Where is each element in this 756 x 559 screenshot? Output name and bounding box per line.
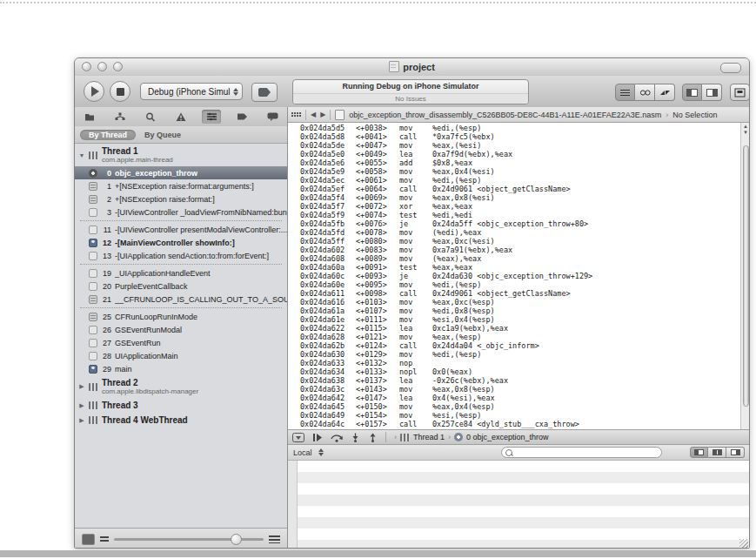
stack-frame-row[interactable]: 20PurpleEventCallback xyxy=(75,280,287,293)
disclosure-triangle-icon[interactable]: ▶ xyxy=(78,417,85,424)
asm-line[interactable]: 0x024da645<+0150>mov%eax,0x4(%esp) xyxy=(300,402,750,411)
step-into-button[interactable] xyxy=(351,433,360,442)
organizer-button[interactable] xyxy=(730,84,750,101)
thread-header[interactable]: ▶Thread 3 xyxy=(75,398,287,413)
asm-line[interactable]: 0x024da616<+0103>mov%eax,0xc(%esp) xyxy=(300,298,750,306)
project-navigator-button[interactable] xyxy=(80,110,99,124)
run-button[interactable] xyxy=(84,81,104,102)
asm-line[interactable]: 0x024da611<+0098>call0x24d9061 <object_g… xyxy=(300,289,750,298)
asm-line[interactable]: 0x024da634<+0133>nopl0x0(%eax) xyxy=(300,367,750,376)
asm-line[interactable]: 0x024da60a<+0091>test%eax,%eax xyxy=(300,263,750,272)
stack-frame-row[interactable]: 0objc_exception_throw xyxy=(75,166,287,179)
editor-scrollbar[interactable]: ▲▼ xyxy=(740,123,750,429)
stack-frame-row[interactable]: 21__CFRUNLOOP_IS_CALLING_OUT_TO_A_SOURCE… xyxy=(75,293,287,306)
variables-only-button[interactable] xyxy=(690,447,708,458)
asm-line[interactable]: 0x024da608<+0089>mov(%eax),%eax xyxy=(300,254,750,263)
stack-frame-row[interactable]: 11-[UIViewController presentModalViewCon… xyxy=(75,223,287,236)
step-out-button[interactable] xyxy=(368,433,378,442)
scrollbar-arrows[interactable]: ▲▼ xyxy=(741,124,750,136)
back-button[interactable]: ◀ xyxy=(311,111,316,118)
asm-line[interactable]: 0x024da5ec<+0061>mov%edi,(%esp) xyxy=(300,176,750,185)
variables-search-field[interactable] xyxy=(501,447,662,458)
log-navigator-button[interactable] xyxy=(263,110,282,124)
stack-frame-row[interactable]: 2+[NSException raise:format:] xyxy=(75,192,287,205)
stack-frame-row[interactable]: 19_UIApplicationHandleEvent xyxy=(75,266,287,280)
asm-line[interactable]: 0x024da5e6<+0055>add$0x8,%eax xyxy=(300,158,750,167)
assistant-editor-button[interactable] xyxy=(635,84,655,101)
asm-line[interactable]: 0x024da61e<+0111>mov%esi,0x4(%esp) xyxy=(300,315,750,324)
asm-line[interactable]: 0x024da64c<+0157>call0x257ce84 <dyld_stu… xyxy=(300,420,750,428)
console-only-button[interactable] xyxy=(726,447,745,458)
asm-line[interactable]: 0x024da5ef<+0064>call0x24d9061 <object_g… xyxy=(300,185,750,193)
debug-navigator-button[interactable] xyxy=(202,110,221,124)
scrollbar-thumb[interactable] xyxy=(743,145,749,407)
jumpbar-selection[interactable]: No Selection xyxy=(672,111,717,119)
stack-frame-row[interactable]: 29main xyxy=(75,362,287,375)
forward-button[interactable]: ▶ xyxy=(320,111,325,118)
show-navigator-button[interactable] xyxy=(682,84,702,101)
asm-line[interactable]: 0x024da5fb<+0076>je0x24da5ff <objc_excep… xyxy=(300,219,750,228)
disclosure-triangle-icon[interactable]: ▼ xyxy=(78,152,85,158)
stack-frame-row[interactable]: 26GSEventRunModal xyxy=(75,323,287,336)
asm-line[interactable]: 0x024da5e9<+0058>mov%eax,0x4(%esi) xyxy=(300,167,750,176)
stack-frame-row[interactable]: 12-[MainViewController showInfo:] xyxy=(75,236,287,249)
asm-line[interactable]: 0x024da633<+0132>nop xyxy=(300,359,750,367)
asm-line[interactable]: 0x024da63c<+0143>mov%eax,0x8(%esp) xyxy=(300,385,750,394)
toolbar-toggle-lozenge[interactable] xyxy=(720,63,741,73)
version-editor-button[interactable] xyxy=(655,84,675,101)
asm-line[interactable]: 0x024da5ff<+0080>mov%eax,0xc(%esi) xyxy=(300,237,750,246)
debugbar-thread-crumb[interactable]: Thread 1 xyxy=(413,433,445,441)
hide-debug-area-button[interactable] xyxy=(292,433,304,442)
stack-frame-depth-slider[interactable] xyxy=(114,538,264,541)
asm-line[interactable]: 0x024da630<+0129>mov%edi,(%esp) xyxy=(300,350,750,359)
asm-line[interactable]: 0x024da628<+0121>mov%eax,(%esp) xyxy=(300,333,750,341)
continue-button[interactable] xyxy=(312,433,323,442)
debugbar-frame-crumb[interactable]: 0 objc_exception_throw xyxy=(466,433,549,441)
asm-line[interactable]: 0x024da61a<+0107>mov%edi,0x8(%esp) xyxy=(300,306,750,315)
show-utilities-button[interactable] xyxy=(702,84,722,101)
asm-line[interactable]: 0x024da5f7<+0072>xor%eax,%eax xyxy=(300,202,750,211)
asm-line[interactable]: 0x024da5f9<+0074>test%edi,%edi xyxy=(300,211,750,219)
asm-line[interactable]: 0x024da622<+0115>lea0xc1a9(%ebx),%eax xyxy=(300,324,750,333)
step-over-button[interactable] xyxy=(331,433,343,442)
asm-line[interactable]: 0x024da62b<+0124>call0x24d4a04 <_objc_in… xyxy=(300,341,750,350)
asm-line[interactable]: 0x024da638<+0137>lea-0x26c(%ebx),%eax xyxy=(300,376,750,385)
thread-header[interactable]: ▶Thread 4 WebThread xyxy=(75,413,287,428)
disclosure-triangle-icon[interactable]: ▶ xyxy=(78,383,85,390)
disassembly-editor[interactable]: 0x024da5d5<+0038>mov%edi,(%esp)0x024da5d… xyxy=(288,123,750,429)
disclosure-triangle-icon[interactable]: ▶ xyxy=(78,402,85,409)
variables-scope-popup[interactable]: Local xyxy=(293,448,312,457)
stack-frame-row[interactable]: 28UIApplicationMain xyxy=(75,349,287,362)
stack-frame-row[interactable]: 13-[UIApplication sendAction:to:from:for… xyxy=(75,249,287,262)
asm-line[interactable]: 0x024da5d5<+0038>mov%edi,(%esp) xyxy=(300,124,750,132)
asm-line[interactable]: 0x024da5e0<+0049>lea0xa7f9d(%ebx),%eax xyxy=(300,150,750,158)
stack-frame-row[interactable]: 25CFRunLoopRunInMode xyxy=(75,310,287,323)
search-input[interactable] xyxy=(515,448,658,457)
asm-line[interactable]: 0x024da60e<+0095>mov%edi,(%esp) xyxy=(300,280,750,289)
asm-line[interactable]: 0x024da5d8<+0041>call*0xa7fc5(%ebx) xyxy=(300,132,750,141)
resize-grip[interactable] xyxy=(739,539,748,548)
asm-line[interactable]: 0x024da642<+0147>lea0x4(%esi),%eax xyxy=(300,394,750,402)
breakpoints-toggle-button[interactable] xyxy=(251,83,278,102)
asm-line[interactable]: 0x024da649<+0154>mov%esi,(%esp) xyxy=(300,411,750,420)
scheme-selector[interactable]: Debug (iPhone Simul... xyxy=(140,83,243,100)
breakpoint-navigator-button[interactable] xyxy=(232,110,251,124)
split-view-button[interactable] xyxy=(708,447,726,458)
scope-by-thread-button[interactable]: By Thread xyxy=(80,130,136,140)
scope-by-queue-button[interactable]: By Queue xyxy=(144,131,181,139)
asm-line[interactable]: 0x024da5de<+0047>mov%eax,(%esi) xyxy=(300,141,750,150)
asm-line[interactable]: 0x024da5f4<+0069>mov%eax,0x8(%esi) xyxy=(300,193,750,202)
stack-frame-row[interactable]: 27GSEventRun xyxy=(75,336,287,349)
related-items-button[interactable] xyxy=(291,112,301,117)
stack-frame-row[interactable]: 1+[NSException raise:format:arguments:] xyxy=(75,179,287,192)
thread-header[interactable]: ▶Thread 2com.apple.libdispatch-manager xyxy=(75,375,287,398)
stop-button[interactable] xyxy=(110,81,130,102)
slider-knob[interactable] xyxy=(231,534,242,545)
jumpbar-filename[interactable]: objc_exception_throw_disassembly_C526BB0… xyxy=(349,111,661,119)
asm-line[interactable]: 0x024da5fd<+0078>mov(%edi),%eax xyxy=(300,228,750,237)
issue-navigator-button[interactable] xyxy=(171,110,191,124)
variables-list-area[interactable] xyxy=(288,461,750,549)
search-navigator-button[interactable] xyxy=(141,110,160,124)
stack-frame-row[interactable]: 3-[UIViewController _loadViewFromNibName… xyxy=(75,205,287,219)
asm-line[interactable]: 0x024da602<+0083>mov0xa7a91(%ebx),%eax xyxy=(300,246,750,254)
